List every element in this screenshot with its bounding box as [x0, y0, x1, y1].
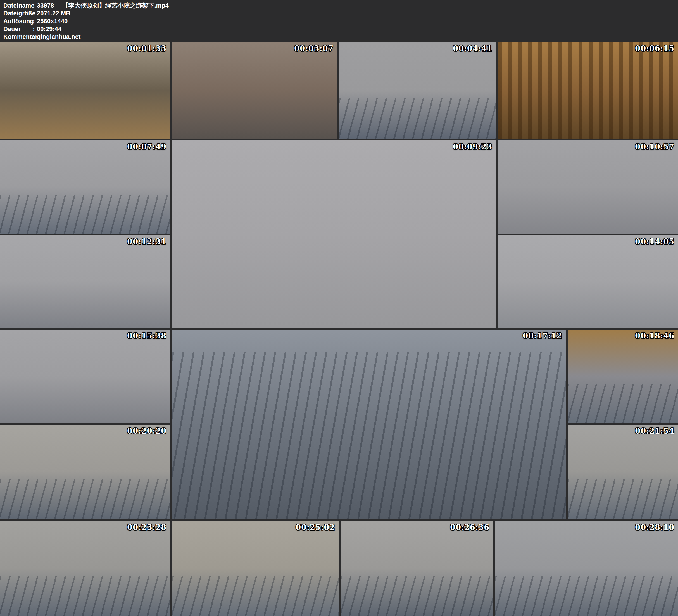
timestamp-overlay: 00:28:10 — [635, 523, 674, 532]
thumbnail: 00:25:02 — [173, 521, 339, 616]
metadata-label: Kommentar — [3, 33, 31, 41]
thumbnail: 00:26:36 — [341, 521, 493, 616]
thumbnail: 00:14:05 — [498, 235, 678, 328]
metadata-row-duration: Dauer:00:29:44 — [3, 25, 678, 33]
timestamp-overlay: 00:26:36 — [450, 523, 489, 532]
thumbnail: 00:21:54 — [568, 425, 678, 518]
metadata-label: Auflösung — [3, 17, 31, 25]
thumbnail: 00:10:57 — [498, 141, 678, 234]
file-metadata-header: Dateiname:33978----【李大侠原创】绳艺小院之绑架下.mp4 D… — [0, 0, 678, 42]
timestamp-overlay: 00:25:02 — [296, 523, 335, 532]
timestamp-overlay: 00:17:12 — [523, 332, 562, 340]
thumbnail: 00:03:07 — [173, 42, 337, 139]
metadata-row-filename: Dateiname:33978----【李大侠原创】绳艺小院之绑架下.mp4 — [3, 2, 678, 9]
metadata-row-comment: Kommentar:qinglanhua.net — [3, 33, 678, 41]
metadata-value-duration: 00:29:44 — [37, 26, 62, 32]
timestamp-overlay: 00:03:07 — [294, 44, 334, 53]
thumbnail: 00:06:15 — [498, 42, 678, 139]
metadata-row-filesize: Dateigröße:2071.22 MB — [3, 9, 678, 17]
timestamp-overlay: 00:23:28 — [127, 523, 166, 532]
thumbnail-large: 00:09:23 — [173, 141, 496, 328]
metadata-value-filesize: 2071.22 MB — [37, 10, 70, 17]
metadata-separator: : — [31, 25, 36, 33]
timestamp-overlay: 00:06:15 — [635, 44, 674, 53]
thumbnail: 00:12:31 — [0, 235, 170, 328]
thumbnail-grid: 00:01:33 00:03:07 00:04:41 00:06:15 00:0… — [0, 0, 678, 616]
timestamp-overlay: 00:14:05 — [635, 237, 674, 246]
metadata-label: Dauer — [3, 25, 31, 33]
thumbnail: 00:20:20 — [0, 425, 170, 518]
metadata-separator: : — [31, 33, 36, 41]
metadata-label: Dateigröße — [3, 9, 31, 17]
timestamp-overlay: 00:09:23 — [453, 143, 492, 151]
timestamp-overlay: 00:12:31 — [127, 237, 166, 246]
metadata-value-filename: 33978----【李大侠原创】绳艺小院之绑架下.mp4 — [37, 2, 169, 9]
timestamp-overlay: 00:18:46 — [635, 332, 674, 340]
thumbnail: 00:04:41 — [339, 42, 496, 139]
metadata-row-resolution: Auflösung:2560x1440 — [3, 17, 678, 25]
metadata-separator: : — [31, 17, 36, 25]
timestamp-overlay: 00:20:20 — [127, 427, 166, 435]
timestamp-overlay: 00:10:57 — [635, 143, 674, 151]
timestamp-overlay: 00:15:38 — [127, 332, 166, 340]
metadata-separator: : — [31, 9, 36, 17]
thumbnail: 00:23:28 — [0, 521, 170, 616]
metadata-value-comment: qinglanhua.net — [37, 33, 80, 40]
thumbnail: 00:01:33 — [0, 42, 170, 139]
thumbnail: 00:18:46 — [568, 330, 678, 423]
thumbnail-large: 00:17:12 — [173, 330, 566, 518]
timestamp-overlay: 00:04:41 — [453, 44, 492, 53]
thumbnail: 00:28:10 — [495, 521, 678, 616]
timestamp-overlay: 00:07:49 — [127, 143, 166, 151]
thumbnail: 00:07:49 — [0, 141, 170, 234]
metadata-separator: : — [31, 2, 36, 9]
metadata-label: Dateiname — [3, 2, 31, 9]
metadata-value-resolution: 2560x1440 — [37, 17, 68, 25]
timestamp-overlay: 00:21:54 — [635, 427, 674, 435]
timestamp-overlay: 00:01:33 — [127, 44, 166, 53]
thumbnail: 00:15:38 — [0, 330, 170, 423]
